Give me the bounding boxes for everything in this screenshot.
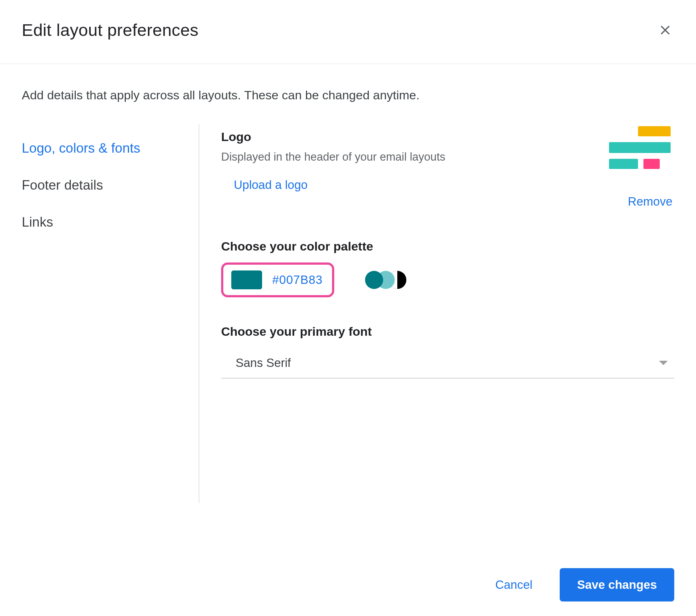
sidebar: Logo, colors & fonts Footer details Link… (22, 124, 199, 503)
svg-rect-2 (609, 159, 638, 169)
dialog-footer: Cancel Save changes (488, 568, 674, 601)
edit-layout-preferences-dialog: Edit layout preferences Add details that… (0, 0, 696, 616)
close-icon (658, 22, 673, 38)
logo-preview-icon (609, 126, 672, 171)
color-row: #007B83 (221, 262, 674, 297)
sidebar-item-footer-details[interactable]: Footer details (22, 169, 199, 206)
color-hex-value: #007B83 (272, 273, 323, 287)
sidebar-item-label: Logo, colors & fonts (22, 141, 140, 156)
close-button[interactable] (656, 21, 674, 39)
color-palette-heading: Choose your color palette (221, 239, 674, 253)
upload-logo-button[interactable]: Upload a logo (221, 178, 609, 192)
dialog-title: Edit layout preferences (22, 20, 199, 40)
color-hex-input[interactable]: #007B83 (221, 262, 334, 297)
save-changes-button[interactable]: Save changes (560, 568, 674, 601)
logo-subtext: Displayed in the header of your email la… (221, 150, 609, 164)
sidebar-item-logo-colors-fonts[interactable]: Logo, colors & fonts (22, 132, 199, 169)
svg-rect-1 (609, 142, 671, 153)
logo-preview-block: Remove (609, 126, 674, 208)
content-panel: Logo Displayed in the header of your ema… (199, 124, 674, 503)
primary-font-value: Sans Serif (236, 356, 291, 370)
palette-dot-icon (365, 271, 383, 289)
palette-preview-button[interactable] (365, 269, 406, 291)
remove-logo-button[interactable]: Remove (628, 195, 672, 208)
svg-rect-0 (638, 126, 671, 136)
primary-font-heading: Choose your primary font (221, 324, 674, 339)
color-swatch-icon (231, 270, 262, 289)
intro-text: Add details that apply across all layout… (22, 86, 674, 104)
sidebar-item-label: Links (22, 215, 53, 230)
dialog-body: Logo, colors & fonts Footer details Link… (22, 124, 674, 503)
logo-heading: Logo (221, 130, 609, 144)
dialog-header: Edit layout preferences (0, 20, 696, 64)
svg-rect-3 (643, 159, 660, 169)
logo-section: Logo Displayed in the header of your ema… (221, 126, 674, 208)
primary-font-select[interactable]: Sans Serif (221, 346, 674, 379)
sidebar-item-links[interactable]: Links (22, 206, 199, 243)
chevron-down-icon (659, 361, 668, 365)
sidebar-item-label: Footer details (22, 178, 103, 193)
cancel-button[interactable]: Cancel (488, 569, 540, 600)
